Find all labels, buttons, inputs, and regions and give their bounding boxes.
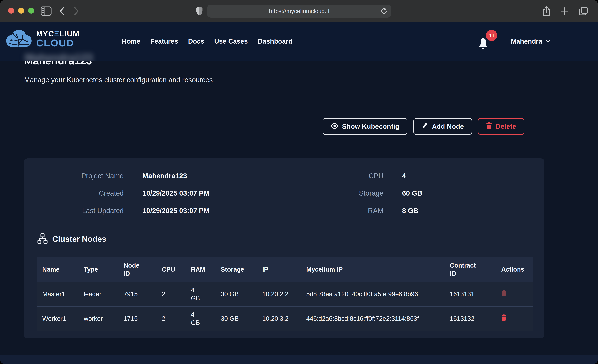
col-header-type: Type (78, 265, 118, 273)
created-value: 10/29/2025 03:07 PM (142, 189, 209, 197)
main-nav: Home Features Docs Use Cases Dashboard (122, 22, 292, 61)
col-header-contract-id: Contract ID (444, 261, 495, 278)
node-name: Worker1 (36, 314, 78, 323)
notifications-button[interactable]: 11 (478, 31, 499, 53)
site-header: Mahendra123 (0, 22, 598, 61)
node-cpu: 2 (156, 314, 185, 323)
nav-home[interactable]: Home (122, 38, 141, 45)
privacy-shield-icon[interactable] (196, 0, 203, 22)
nav-use-cases[interactable]: Use Cases (214, 38, 248, 45)
cluster-info-left: Project Name Mahendra123 Created 10/29/2… (24, 167, 284, 219)
col-header-storage: Storage (215, 265, 257, 273)
delete-node-button[interactable] (501, 314, 507, 321)
node-ram: 4 GB (185, 286, 215, 302)
node-ip: 10.20.3.2 (257, 314, 300, 323)
trash-icon (486, 122, 492, 131)
brand-wordmark: MYCΞLIUM CLOUD (36, 30, 79, 48)
logo-stylized-e: Ξ (54, 29, 59, 38)
blurred-title-ghost: Mahendra123 (25, 52, 93, 61)
mycelium-cloud-logo-icon (5, 28, 33, 50)
pencil-icon (422, 122, 428, 131)
node-contract-id: 1613131 (444, 290, 495, 298)
reload-icon[interactable] (380, 8, 388, 15)
cluster-nodes-title: Cluster Nodes (52, 234, 106, 244)
user-menu[interactable]: Mahendra (511, 22, 551, 61)
back-button-icon[interactable] (59, 0, 64, 22)
brand-logo[interactable]: MYCΞLIUM CLOUD (5, 28, 79, 50)
cluster-info-right: CPU 4 Storage 60 GB RAM 8 GB (284, 167, 544, 219)
storage-label: Storage (284, 189, 383, 197)
delete-node-button[interactable] (501, 290, 507, 297)
last-updated-label: Last Updated (24, 207, 124, 215)
col-header-cpu: CPU (156, 265, 185, 273)
close-window-button[interactable] (8, 8, 14, 14)
ram-label: RAM (284, 207, 383, 215)
node-storage: 30 GB (215, 290, 257, 298)
address-bar[interactable]: https://myceliumcloud.tf (207, 5, 391, 17)
node-mycelium-ip: 446:d2a6:8bcd:8c16:ff0f:72e2:3114:863f (300, 314, 444, 323)
col-header-node-id: Node ID (118, 261, 156, 278)
col-header-ram: RAM (185, 265, 215, 273)
node-id: 7915 (118, 290, 156, 298)
col-header-ip: IP (257, 265, 300, 273)
url-text: https://myceliumcloud.tf (269, 8, 330, 14)
created-label: Created (24, 189, 124, 197)
show-kubeconfig-button[interactable]: Show Kubeconfig (323, 118, 407, 135)
delete-cluster-button[interactable]: Delete (478, 118, 524, 135)
notification-badge: 11 (486, 30, 497, 41)
node-ram: 4 GB (185, 310, 215, 327)
cpu-label: CPU (284, 172, 383, 180)
forward-button-icon[interactable] (74, 0, 79, 22)
node-storage: 30 GB (215, 314, 257, 323)
browser-toolbar: https://myceliumcloud.tf (0, 0, 598, 22)
zoom-window-button[interactable] (28, 8, 34, 14)
node-name: Master1 (36, 290, 78, 298)
last-updated-value: 10/29/2025 03:07 PM (142, 207, 209, 215)
tab-overview-icon[interactable] (579, 6, 588, 16)
table-row: Master1 leader 7915 2 4 GB 30 GB 10.20.2… (36, 282, 533, 306)
node-mycelium-ip: 5d8:78ea:a120:f40c:ff0f:a5fe:99e6:8b96 (300, 290, 444, 298)
table-row: Worker1 worker 1715 2 4 GB 30 GB 10.20.3… (36, 306, 533, 331)
node-type: leader (78, 290, 118, 298)
ram-value: 8 GB (402, 207, 418, 215)
cpu-value: 4 (402, 172, 406, 180)
cluster-nodes-table: Name Type Node ID CPU RAM Storage IP Myc… (36, 257, 533, 331)
sidebar-toggle-icon[interactable] (41, 0, 52, 22)
project-name-label: Project Name (24, 172, 124, 180)
footer-strip (0, 355, 598, 364)
user-name: Mahendra (511, 38, 542, 45)
col-header-name: Name (36, 265, 78, 273)
col-header-actions: Actions (495, 265, 533, 273)
share-icon[interactable] (542, 6, 551, 16)
new-tab-icon[interactable] (560, 7, 569, 16)
storage-value: 60 GB (402, 189, 422, 197)
node-id: 1715 (118, 314, 156, 323)
cluster-nodes-heading: Cluster Nodes (37, 233, 106, 244)
node-contract-id: 1613132 (444, 314, 495, 323)
add-node-button[interactable]: Add Node (414, 118, 472, 135)
browser-window: https://myceliumcloud.tf Mahendra123 (0, 0, 598, 364)
col-header-mycelium-ip: Mycelium IP (300, 265, 444, 273)
node-cpu: 2 (156, 290, 185, 298)
network-icon (37, 233, 48, 244)
cluster-details-card: Project Name Mahendra123 Created 10/29/2… (24, 158, 544, 339)
chevron-down-icon (545, 39, 551, 43)
bell-icon (478, 38, 489, 51)
minimize-window-button[interactable] (18, 8, 24, 14)
table-header-row: Name Type Node ID CPU RAM Storage IP Myc… (36, 257, 533, 282)
nav-docs[interactable]: Docs (188, 38, 204, 45)
nav-dashboard[interactable]: Dashboard (258, 38, 292, 45)
nav-features[interactable]: Features (150, 38, 178, 45)
eye-icon (331, 123, 338, 130)
page-subtitle: Manage your Kubernetes cluster configura… (24, 76, 213, 84)
node-type: worker (78, 314, 118, 323)
node-ip: 10.20.2.2 (257, 290, 300, 298)
cluster-actions: Show Kubeconfig Add Node Delete (323, 118, 524, 135)
project-name-value: Mahendra123 (142, 172, 187, 180)
traffic-lights (8, 8, 34, 14)
